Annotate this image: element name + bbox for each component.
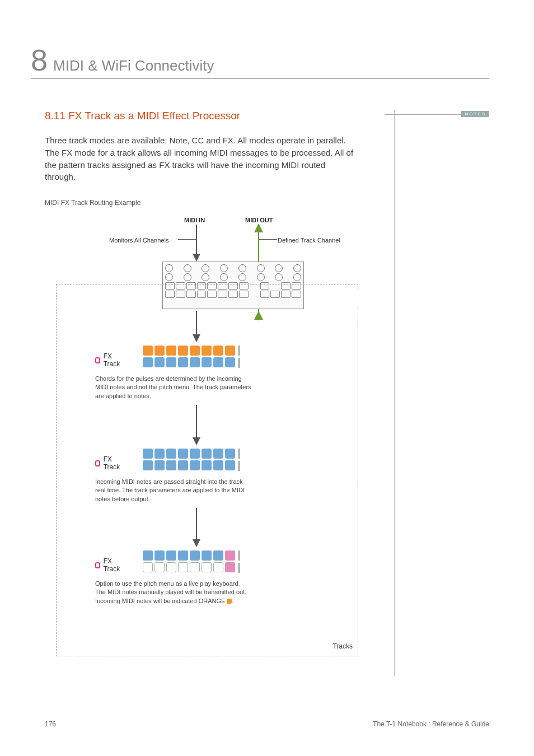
step-grid (143, 346, 235, 369)
page-number: 176 (45, 720, 56, 728)
arrow-down-icon (193, 334, 200, 342)
track-description: Chords for the pulses are determined by … (95, 375, 252, 400)
chapter-title: MIDI & WiFi Connectivity (53, 57, 214, 74)
fx-track-label: FX Track (104, 352, 121, 368)
step-grid (143, 449, 235, 472)
section-heading: 8.11 FX Track as a MIDI Effect Processor (45, 110, 377, 122)
arrow-line (196, 508, 197, 540)
tracks-border (358, 306, 358, 656)
notes-sidebar: NOTES (394, 110, 489, 676)
arrow-down-icon (193, 539, 200, 547)
page-footer: 176 The T-1 Notebook : Reference & Guide (45, 720, 489, 728)
fx-track-label: FX Track (104, 455, 121, 471)
chapter-header: 8 MIDI & WiFi Connectivity (31, 45, 489, 79)
midi-out-label: MIDI OUT (245, 217, 273, 223)
tick (259, 239, 277, 240)
arrow-line (258, 232, 259, 262)
endcap (238, 461, 240, 471)
midi-in-label: MIDI IN (184, 217, 205, 223)
track-led-icon (95, 357, 100, 363)
endcap (238, 550, 240, 561)
fx-track-row: FX Track (95, 455, 121, 471)
arrow-down-icon (193, 437, 200, 445)
desc3-text-a: Option to use the pitch menu as a live p… (95, 580, 246, 604)
arrow-line (196, 311, 197, 335)
book-title: The T-1 Notebook : Reference & Guide (373, 720, 489, 728)
fx-track-label: FX Track (104, 557, 121, 573)
arrow-line (196, 405, 197, 438)
desc3-text-b: . (232, 598, 233, 604)
arrow-down-icon (193, 254, 200, 262)
arrow-up-icon (254, 223, 263, 232)
chapter-number: 8 (31, 45, 48, 75)
arrow-line (196, 225, 197, 255)
endcap (238, 449, 240, 459)
routing-diagram: MIDI IN MIDI OUT Monitors All Channels D… (45, 217, 358, 676)
track-description: Option to use the pitch menu as a live p… (95, 580, 252, 605)
endcap (238, 358, 240, 368)
track-description: Incoming MIDI notes are passed straight … (95, 478, 252, 503)
track-led-icon (95, 562, 100, 568)
fx-track-row: FX Track (95, 352, 121, 368)
endcap (238, 563, 240, 573)
fx-track-row: FX Track (95, 557, 121, 573)
example-label: MIDI FX Track Routing Example (45, 199, 377, 207)
arrow-up-icon (254, 311, 263, 320)
tracks-border (358, 284, 358, 290)
tracks-label: Tracks (332, 642, 353, 650)
tick (178, 239, 196, 240)
step-grid (143, 550, 235, 574)
defined-label: Defined Track Channel (278, 237, 340, 244)
endcap (238, 346, 240, 356)
monitors-label: Monitors All Channels (109, 237, 168, 244)
notes-badge: NOTES (461, 111, 489, 117)
section-body: Three track modes are available; Note, C… (45, 134, 358, 183)
track-led-icon (95, 460, 100, 466)
